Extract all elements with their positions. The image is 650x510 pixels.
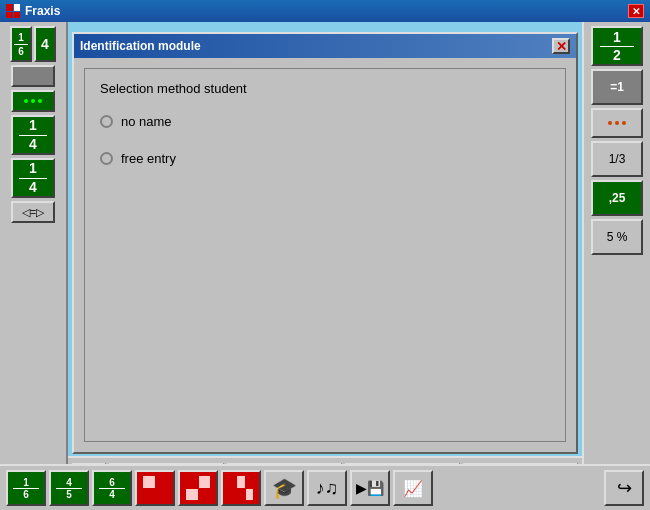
left-sidebar: 1 6 4 1 4 1 4 [0,22,68,510]
right-equals-1[interactable]: =1 [591,69,643,105]
toolbar-chart[interactable]: 📈 [393,470,433,506]
toolbar-music[interactable]: ♪♫ [307,470,347,506]
app-body: 1 6 4 1 4 1 4 [0,22,650,510]
grid1-icon [143,476,167,500]
right-dots [608,121,627,125]
toolbar-fraction-6-4[interactable]: 6 4 [92,470,132,506]
app-title: Fraxis [25,4,60,18]
identification-dialog: Identification module ✕ Selection method… [72,32,578,454]
radio-free-entry-input[interactable] [100,152,113,165]
toolbar-play[interactable]: ▶💾 [350,470,390,506]
right-percent-5[interactable]: 5 % [591,219,643,255]
radio-free-entry[interactable]: free entry [100,151,550,166]
selection-group: Selection method student no name free en… [84,68,566,442]
dialog-close-button[interactable]: ✕ [552,38,570,54]
grid3-icon [229,476,253,500]
flat-bar[interactable] [11,65,55,87]
fraxis-app-icon [6,4,20,18]
main-close-button[interactable]: ✕ [628,4,644,18]
fraction-4-button[interactable]: 4 [34,26,56,62]
right-dot-grid[interactable] [591,108,643,138]
fraction-1-4-button-2[interactable]: 1 4 [11,158,55,198]
frac-line [14,44,28,45]
toolbar-grid2[interactable] [178,470,218,506]
group-label: Selection method student [100,81,550,96]
left-sidebar-top-row: 1 6 4 [10,26,56,62]
radio-no-name-label: no name [121,114,172,129]
dialog-titlebar: Identification module ✕ [74,34,576,58]
radio-no-name-input[interactable] [100,115,113,128]
radio-free-entry-label: free entry [121,151,176,166]
arrows-button[interactable]: ◁=▷ [11,201,55,223]
right-fraction-1-2[interactable]: 1 2 [591,26,643,66]
toolbar-hat[interactable]: 🎓 [264,470,304,506]
toolbar-grid3[interactable] [221,470,261,506]
fraction-1-4-button-1[interactable]: 1 4 [11,115,55,155]
radio-no-name[interactable]: no name [100,114,550,129]
right-sidebar: 1 2 =1 1/3 ,25 5 % [582,22,650,510]
bottom-toolbar: 1 6 4 5 6 4 [0,464,650,510]
dialog-body: Selection method student no name free en… [74,58,576,452]
center-area: Identification module ✕ Selection method… [68,22,582,510]
toolbar-fraction-1-6[interactable]: 1 6 [6,470,46,506]
right-fraction-1-3[interactable]: 1/3 [591,141,643,177]
grid2-icon [186,476,210,500]
right-decimal-25[interactable]: ,25 [591,180,643,216]
dot-grid [24,99,43,103]
toolbar-exit[interactable]: ↪ [604,470,644,506]
dot-grid-button[interactable] [11,90,55,112]
toolbar-grid1[interactable] [135,470,175,506]
main-titlebar: Fraxis ✕ [0,0,650,22]
fraction-1-6-button[interactable]: 1 6 [10,26,32,62]
toolbar-fraction-4-5[interactable]: 4 5 [49,470,89,506]
dialog-title: Identification module [80,39,201,53]
